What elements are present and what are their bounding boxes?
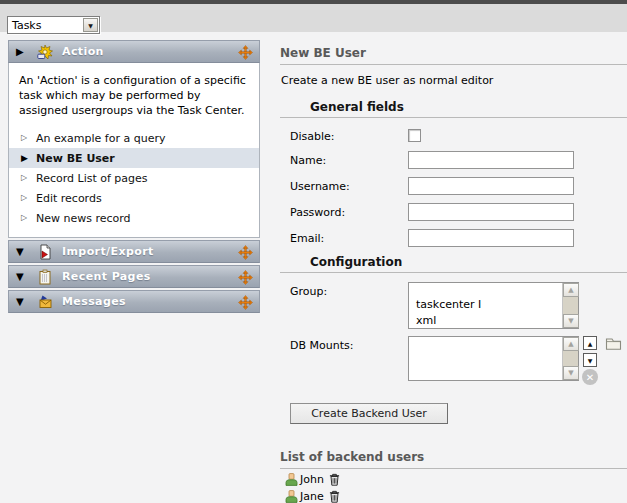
- move-panel-icon[interactable]: [238, 270, 253, 285]
- import-export-icon: [37, 244, 53, 260]
- delete-user-icon[interactable]: [329, 490, 340, 503]
- action-item-label: New news record: [36, 212, 131, 225]
- username-label: Username:: [290, 177, 408, 193]
- section-heading-configuration: Configuration: [310, 255, 627, 269]
- remove-item-icon[interactable]: ✕: [582, 369, 598, 385]
- disable-label: Disable:: [290, 127, 408, 143]
- scroll-up-icon[interactable]: ▲: [563, 283, 579, 297]
- user-icon: [285, 490, 298, 503]
- form-row-group: Group: taskcenter I xml ▲ ▼: [290, 282, 627, 329]
- collapse-arrow-icon[interactable]: ▼: [16, 297, 32, 307]
- panel-title: Action: [62, 45, 104, 58]
- action-item[interactable]: ▷ Edit records: [9, 188, 259, 208]
- panel-header-messages[interactable]: ▼ Messages: [8, 290, 260, 313]
- move-item-down-button[interactable]: ▼: [583, 353, 597, 367]
- panel-title: Recent Pages: [62, 270, 151, 283]
- scroll-up-icon[interactable]: ▲: [563, 337, 579, 351]
- group-scrollbar[interactable]: ▲ ▼: [562, 283, 578, 328]
- task-sidebar: ▶ Action An 'Action' is a configuration …: [8, 40, 260, 313]
- expand-arrow-icon[interactable]: ▶: [16, 47, 32, 57]
- action-item-label: An example for a query: [36, 132, 165, 145]
- backend-user-name: John: [300, 473, 324, 486]
- item-arrow-icon: ▷: [21, 134, 36, 142]
- action-item-label: New BE User: [36, 152, 115, 165]
- group-option[interactable]: taskcenter I: [416, 297, 578, 313]
- task-content: New BE User Create a new BE user as norm…: [280, 40, 627, 503]
- email-field[interactable]: [408, 229, 574, 247]
- item-arrow-icon: ▷: [21, 214, 36, 222]
- action-item[interactable]: ▷ New news record: [9, 208, 259, 228]
- item-arrow-icon: ▶: [21, 154, 36, 163]
- create-backend-user-button[interactable]: Create Backend User: [290, 403, 448, 424]
- backend-users-heading: List of backend users: [280, 450, 627, 464]
- move-item-up-button[interactable]: ▲: [583, 336, 597, 350]
- db-mounts-label: DB Mounts:: [290, 336, 408, 352]
- email-label: Email:: [290, 229, 408, 245]
- chevron-down-icon[interactable]: ▼: [83, 18, 98, 32]
- title-divider: [280, 64, 627, 65]
- messages-icon: [37, 294, 53, 310]
- section-divider: [280, 117, 627, 118]
- section-heading-general: General fields: [310, 100, 627, 114]
- backend-user-row: John: [285, 472, 627, 486]
- collapse-arrow-icon[interactable]: ▼: [16, 272, 32, 282]
- module-toolbar: Tasks ▼: [0, 4, 627, 32]
- module-select[interactable]: Tasks ▼: [7, 16, 100, 34]
- form-row-db-mounts: DB Mounts: ▲ ▼ ▲ ▼ ✕: [290, 336, 627, 381]
- panel-header-recent-pages[interactable]: ▼ Recent Pages: [8, 265, 260, 288]
- item-arrow-icon: ▷: [21, 174, 36, 182]
- panel-title: Import/Export: [62, 245, 154, 258]
- db-mounts-listbox[interactable]: ▲ ▼: [408, 336, 579, 381]
- action-item-selected[interactable]: ▶ New BE User: [9, 148, 259, 168]
- backend-user-row: Jane: [285, 489, 627, 503]
- password-label: Password:: [290, 203, 408, 219]
- action-item-label: Edit records: [36, 192, 102, 205]
- panel-header-import-export[interactable]: ▼ Import/Export: [8, 240, 260, 263]
- move-panel-icon[interactable]: [238, 45, 253, 60]
- username-field[interactable]: [408, 177, 574, 195]
- action-item-label: Record List of pages: [36, 172, 148, 185]
- users-divider: [280, 468, 627, 469]
- move-panel-icon[interactable]: [238, 295, 253, 310]
- collapse-arrow-icon[interactable]: ▼: [16, 247, 32, 257]
- taskcenter-icon: [37, 44, 53, 60]
- panel-title: Messages: [62, 295, 126, 308]
- db-mounts-scrollbar[interactable]: ▲ ▼: [562, 337, 578, 380]
- scroll-down-icon[interactable]: ▼: [563, 366, 579, 380]
- browse-folder-icon[interactable]: [605, 336, 622, 351]
- form-row-name: Name:: [290, 151, 627, 169]
- group-listbox[interactable]: taskcenter I xml ▲ ▼: [408, 282, 579, 329]
- panel-header-action[interactable]: ▶ Action: [8, 40, 260, 63]
- module-select-value: Tasks: [8, 19, 83, 32]
- page-subtitle: Create a new BE user as normal editor: [281, 74, 627, 87]
- form-row-disable: Disable:: [290, 127, 627, 143]
- form-row-username: Username:: [290, 177, 627, 195]
- recent-pages-icon: [37, 269, 53, 285]
- section-divider: [280, 272, 627, 273]
- action-description: An 'Action' is a configuration of a spec…: [19, 73, 247, 118]
- action-item[interactable]: ▷ Record List of pages: [9, 168, 259, 188]
- item-arrow-icon: ▷: [21, 194, 36, 202]
- password-field[interactable]: [408, 203, 574, 221]
- user-icon: [285, 473, 298, 486]
- form-row-password: Password:: [290, 203, 627, 221]
- form-row-email: Email:: [290, 229, 627, 247]
- name-label: Name:: [290, 151, 408, 167]
- group-option[interactable]: xml: [416, 313, 578, 329]
- page-title: New BE User: [280, 46, 627, 60]
- action-panel-body: An 'Action' is a configuration of a spec…: [8, 63, 260, 238]
- move-panel-icon[interactable]: [238, 245, 253, 260]
- backend-user-name: Jane: [300, 490, 324, 503]
- group-label: Group:: [290, 282, 408, 298]
- scroll-down-icon[interactable]: ▼: [563, 314, 579, 328]
- delete-user-icon[interactable]: [329, 473, 340, 486]
- name-field[interactable]: [408, 151, 574, 169]
- disable-checkbox[interactable]: [408, 129, 421, 142]
- action-item[interactable]: ▷ An example for a query: [9, 128, 259, 148]
